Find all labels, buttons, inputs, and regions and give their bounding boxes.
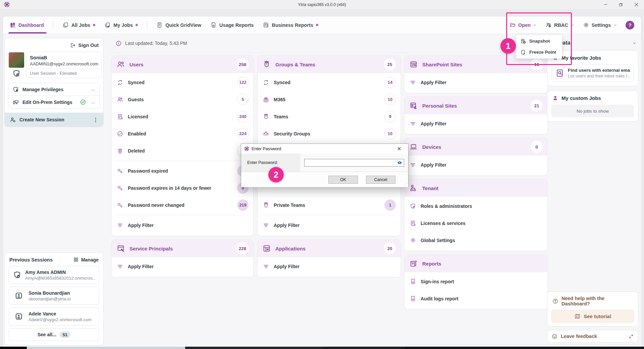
tab-label: Usage Reports <box>219 22 254 28</box>
help-button[interactable]: ? <box>626 21 634 30</box>
count-badge: 10 <box>384 94 396 105</box>
users-icon <box>116 60 125 69</box>
eye-icon[interactable] <box>397 160 402 166</box>
rbac-button[interactable]: RBAC <box>545 22 574 28</box>
card-row[interactable]: Password never changed219 <box>112 196 253 214</box>
card-title: Devices <box>422 144 441 150</box>
favorite-job-item[interactable]: Find users with external email ... List … <box>551 64 634 82</box>
password-input[interactable] <box>305 159 397 166</box>
manage-sessions-button[interactable]: Manage <box>73 257 99 263</box>
expand-icon[interactable] <box>628 334 634 339</box>
card-row[interactable]: Global Settings <box>405 232 547 249</box>
laptop-icon <box>409 142 418 151</box>
card-row[interactable]: Licenses & services <box>405 215 547 232</box>
apply-filter-button[interactable]: Apply Filter <box>405 115 547 132</box>
card-row[interactable]: Guests5 <box>112 91 253 108</box>
devices-card-header[interactable]: Devices 0 <box>405 138 547 156</box>
filter-icon <box>409 162 417 168</box>
card-row[interactable]: Password expires in 14 days or fewer0 <box>112 179 253 196</box>
tab-my-jobs[interactable]: My Jobs <box>104 16 138 34</box>
card-row[interactable]: Enabled224 <box>112 125 253 142</box>
service-principals-card-header[interactable]: Service Principals 228 <box>112 240 253 257</box>
card-row[interactable]: Synced122 <box>112 74 253 91</box>
open-button[interactable]: Open <box>509 22 537 28</box>
card-row[interactable]: Sign-ins report <box>405 273 547 290</box>
tab-business-reports[interactable]: Business Reports <box>263 16 318 34</box>
menu-item-snapshot[interactable]: Snapshot <box>516 36 562 47</box>
my-data-header[interactable]: My Data <box>550 40 636 46</box>
kebab-menu-icon[interactable]: ⋮ <box>93 117 99 123</box>
previous-session-item[interactable]: Sonia Bounardjian sbounardjian@ytria.io <box>9 287 99 305</box>
apply-filter-button[interactable]: Apply Filter <box>258 258 400 275</box>
tab-label: Dashboard <box>18 22 44 28</box>
tab-all-jobs[interactable]: All Jobs <box>62 16 95 34</box>
card-row[interactable]: Synced14 <box>258 74 400 91</box>
personal-sites-card-header[interactable]: Personal Sites 21 <box>405 97 547 114</box>
arrow-right-icon: → <box>90 99 96 106</box>
apply-filter-label: Apply Filter <box>128 223 154 228</box>
favorite-jobs-title: My favorite Jobs <box>561 55 601 61</box>
manage-privileges-button[interactable]: Manage Privileges → <box>8 83 100 96</box>
card-row[interactable]: Teams9 <box>258 108 400 125</box>
create-new-session-button[interactable]: Create New Session ⋮ <box>5 113 103 127</box>
doc-chart-icon <box>409 295 417 302</box>
help-question-mark: ? <box>628 22 631 28</box>
card-row[interactable]: Security Groups10 <box>258 125 400 142</box>
card-row[interactable]: Audit logs report <box>405 290 547 307</box>
nav-separator <box>53 21 53 29</box>
gear-icon <box>583 22 589 28</box>
card-row[interactable]: Roles & administrators <box>405 197 547 215</box>
person-badge-icon <box>12 289 25 302</box>
apply-filter-button[interactable]: Apply Filter <box>112 258 253 275</box>
new-indicator-dot <box>93 24 95 26</box>
groups-teams-card-header[interactable]: Groups & Teams 25 <box>258 56 400 73</box>
count-badge: 10 <box>384 128 396 139</box>
key-icon <box>116 202 124 209</box>
resize-grip[interactable]: ⋰ <box>404 183 408 186</box>
settings-button[interactable]: Settings <box>583 22 617 28</box>
menu-item-freeze-point[interactable]: Freeze Point <box>516 47 562 58</box>
see-all-sessions-button[interactable]: See all... 51 <box>9 328 99 341</box>
tab-dashboard[interactable]: Dashboard <box>10 16 44 34</box>
filter-icon <box>116 222 124 229</box>
dialog-close-button[interactable]: ✕ <box>393 144 405 154</box>
no-jobs-placeholder: No jobs to show <box>551 105 634 117</box>
ok-button[interactable]: OK <box>328 176 358 184</box>
previous-session-email: sbounardjian@ytria.io <box>29 296 71 301</box>
doc-lines-icon <box>263 22 269 28</box>
card-title: Groups & Teams <box>275 62 315 67</box>
card-row[interactable]: M36510 <box>258 91 400 108</box>
card-row[interactable]: Password expired0 <box>112 162 253 179</box>
tab-quick-gridview[interactable]: Quick GridView <box>156 16 201 34</box>
row-label: Licenses & services <box>421 221 466 226</box>
apply-filter-button[interactable]: Apply Filter <box>405 156 547 173</box>
previous-session-item[interactable]: Adele Vance AdeleV@sygx2.onmicrosoft.com <box>9 307 99 326</box>
users-card-header[interactable]: Users 258 <box>112 56 253 73</box>
sign-out-button[interactable]: Sign Out <box>5 38 103 50</box>
filter-icon <box>262 222 270 229</box>
annotation-step-1: 1 <box>500 38 516 54</box>
leave-feedback-button[interactable]: Leave feedback <box>547 330 638 343</box>
previous-session-item[interactable]: Amy Ames ADMIN AmyA@M365x85832012.onmicr… <box>9 266 99 284</box>
apply-filter-button[interactable]: Apply Filter <box>112 217 253 234</box>
sign-out-icon <box>70 42 76 48</box>
see-tutorial-button[interactable]: See tutorial <box>551 310 634 323</box>
applications-card-header[interactable]: Applications 20 <box>258 240 400 257</box>
shield-check-icon <box>409 203 417 210</box>
card-row[interactable]: Licensed240 <box>112 108 253 125</box>
card-row[interactable]: Deleted1 <box>112 142 253 159</box>
edit-onprem-settings-button[interactable]: Edit On-Prem Settings → <box>8 96 100 108</box>
card-count-badge: 258 <box>236 58 249 70</box>
cancel-button[interactable]: Cancel <box>366 176 395 184</box>
row-label: Audit logs report <box>421 296 459 301</box>
card-title: Personal Sites <box>422 103 457 109</box>
apply-filter-button[interactable]: Apply Filter <box>258 217 400 234</box>
card-row[interactable]: Private Teams1 <box>258 196 400 214</box>
card-title: Reports <box>422 261 441 267</box>
row-label: Synced <box>128 80 145 85</box>
apply-filter-button[interactable]: Apply Filter <box>405 74 547 91</box>
tab-usage-reports[interactable]: Usage Reports <box>210 16 254 34</box>
tenant-card-header[interactable]: Tenant <box>405 179 547 197</box>
reports-card-header[interactable]: Reports <box>405 255 547 272</box>
count-badge: 5 <box>237 94 249 105</box>
